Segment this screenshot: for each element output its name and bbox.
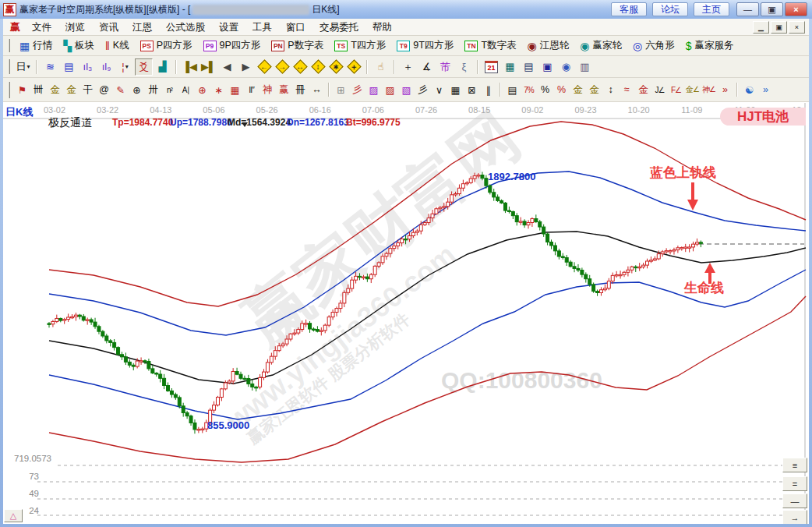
titlebar-link-论坛[interactable]: 论坛	[652, 2, 688, 16]
strike-percent-tool-icon[interactable]: 7%	[521, 81, 537, 98]
ying-ruler-tool-icon[interactable]: 赢	[276, 81, 292, 98]
gold-circle-tool-icon[interactable]: 金	[570, 81, 586, 98]
p-table-button[interactable]: PNP数字表	[266, 39, 329, 52]
spiral-tool-icon[interactable]: @	[96, 81, 112, 98]
gold-ruler-tool-icon[interactable]: 金	[47, 81, 63, 98]
hexagon-button[interactable]: ◎六角形	[627, 39, 680, 52]
menu-item-浏览[interactable]: 浏览	[58, 19, 92, 35]
f-ruler-tool-icon[interactable]: 干	[79, 81, 96, 98]
menu-item-公式选股[interactable]: 公式选股	[159, 19, 212, 35]
last-bar-button[interactable]: ▶▌	[199, 58, 217, 76]
toolbar-drag-handle[interactable]	[9, 82, 11, 98]
fence-tool-icon[interactable]: 冊	[292, 81, 309, 98]
winner-wheel-button[interactable]: ◉赢家轮	[574, 39, 627, 52]
bars-9-icon[interactable]: ıl₉	[97, 58, 115, 76]
menu-item-交易委托[interactable]: 交易委托	[312, 19, 365, 35]
gold-ruler2-tool-icon[interactable]: 金	[63, 81, 79, 98]
pane-lines-1-button[interactable]: —	[782, 493, 807, 508]
hand-tool-icon[interactable]: ☝	[372, 58, 390, 76]
parallel-lines-tool-icon[interactable]: ∥	[480, 81, 496, 98]
expand-horizontal-button[interactable]: ↔	[291, 58, 309, 76]
toolbar-drag-handle[interactable]	[9, 39, 11, 53]
grid-arrow-tool-icon[interactable]: ⊠	[464, 81, 480, 98]
k-quote-tool-icon[interactable]: Ⅱ″	[243, 81, 259, 98]
gann-circle-tool-icon[interactable]: ⊕	[129, 81, 145, 98]
gold-lines-tool-icon[interactable]: 金	[586, 81, 602, 98]
menu-item-设置[interactable]: 设置	[212, 19, 245, 35]
t9-square-button[interactable]: T99T四方形	[391, 39, 459, 52]
chart-area[interactable]: 赢家财富网 www.yingjia360.com 赢家江恩软件 股票分析软件 Q…	[3, 102, 809, 524]
winner-service-button[interactable]: $赢家服务	[680, 39, 740, 52]
gann-wheel-button[interactable]: ◉江恩轮	[522, 39, 575, 52]
mdi-close-button[interactable]: ×	[789, 21, 805, 34]
percent-lines-tool-icon[interactable]: %	[553, 81, 570, 98]
calculator-icon[interactable]: ▦	[501, 58, 519, 76]
dot-grid-tool-icon[interactable]: ▦	[447, 81, 464, 98]
pan-right-button[interactable]: →	[274, 58, 291, 76]
more-tools-chevron[interactable]: »	[717, 81, 733, 98]
close-button[interactable]: ×	[785, 2, 807, 16]
wave-a-tool-icon[interactable]: ≈	[619, 81, 635, 98]
column-ruler-tool-icon[interactable]: ▤	[504, 81, 521, 98]
menu-item-窗口[interactable]: 窗口	[279, 19, 312, 35]
period-day-button[interactable]: 日▾	[14, 58, 32, 76]
red-fan-tool-icon[interactable]: 彡	[349, 81, 365, 98]
pane-lines-2-button[interactable]: =	[782, 476, 807, 491]
t-square-button[interactable]: TST四方形	[329, 39, 391, 52]
purple-grid-tool-icon[interactable]: ▨	[365, 81, 382, 98]
titlebar-link-主页[interactable]: 主页	[694, 2, 729, 16]
mirror-tool-icon[interactable]: A∣	[178, 81, 194, 98]
tick-ruler-tool-icon[interactable]: 卌	[30, 81, 47, 98]
grid-box-tool-icon[interactable]: ⊞	[333, 81, 349, 98]
gold-angle-tool-icon[interactable]: 金∠	[684, 81, 701, 98]
n-squared-tool-icon[interactable]: n²	[161, 81, 178, 98]
t-table-button[interactable]: TNT数字表	[459, 39, 521, 52]
measure-pen-tool-icon[interactable]: ↕	[602, 81, 619, 98]
gold-red-tool-icon[interactable]: 金	[635, 81, 651, 98]
gann-band-icon[interactable]: 芾	[436, 58, 454, 76]
mdi-restore-button[interactable]: ▣	[771, 21, 787, 34]
notes-icon[interactable]: ▤	[520, 58, 538, 76]
kline-button[interactable]: ‖K线	[100, 39, 135, 52]
menu-item-资讯[interactable]: 资讯	[92, 19, 125, 35]
histogram-icon[interactable]: ▟	[154, 58, 171, 76]
minimize-button[interactable]: —	[736, 2, 759, 16]
fan-lines-tool-icon[interactable]: 彡	[415, 81, 431, 98]
purple-grid2-tool-icon[interactable]: ▧	[398, 81, 415, 98]
restore-button[interactable]: ▣	[761, 2, 783, 16]
next-bar-button[interactable]: ▶	[237, 58, 255, 76]
prev-bar-button[interactable]: ◀	[218, 58, 236, 76]
menu-item-帮助[interactable]: 帮助	[365, 19, 399, 35]
zoom-in-button[interactable]: ＋	[345, 58, 362, 76]
curve-style-icon[interactable]: ≋	[41, 58, 59, 76]
indicator-expand-button[interactable]: △	[4, 509, 23, 522]
pen-ruler-tool-icon[interactable]: ✎	[112, 81, 129, 98]
red-grid2-tool-icon[interactable]: ▨	[382, 81, 398, 98]
pattern-icon[interactable]: 爻	[135, 58, 153, 76]
j-angle-tool-icon[interactable]: J∠	[651, 81, 668, 98]
quotes-button[interactable]: ▦行情	[14, 39, 58, 52]
pen-flag-tool-icon[interactable]: ⚑	[14, 81, 30, 98]
titlebar-link-客服[interactable]: 客服	[611, 2, 647, 16]
f-angle-tool-icon[interactable]: F∠	[668, 81, 684, 98]
save-icon[interactable]: ▣	[538, 58, 556, 76]
menu-item-江恩[interactable]: 江恩	[125, 19, 159, 35]
stock-name-badge[interactable]: HJT电池	[720, 108, 806, 126]
menu-item-文件[interactable]: 文件	[25, 19, 58, 35]
web-window-icon[interactable]: ◉	[557, 58, 575, 76]
percent-tool-icon[interactable]: %	[537, 81, 553, 98]
bars-3-icon[interactable]: ıl₃	[79, 58, 97, 76]
pane-lines-3-button[interactable]: ≡	[782, 458, 807, 472]
yinyang-icon[interactable]: ☯	[741, 81, 757, 98]
sectors-button[interactable]: ▚板块	[58, 39, 100, 52]
p-square-button[interactable]: PSP四方形	[135, 39, 198, 52]
angle-measure-icon[interactable]: ∡	[418, 58, 436, 76]
p9-square-button[interactable]: P99P四方形	[198, 39, 267, 52]
shen-angle-tool-icon[interactable]: 神∠	[701, 81, 717, 98]
toolbar-drag-handle[interactable]	[9, 59, 11, 74]
menu-item-工具[interactable]: 工具	[245, 19, 279, 35]
spiderweb-tool-icon[interactable]: ∗	[210, 81, 227, 98]
pane-arrow-button[interactable]: →	[782, 510, 807, 524]
more-chevron2[interactable]: »	[757, 81, 774, 98]
red-grid-tool-icon[interactable]: ▦	[227, 81, 243, 98]
